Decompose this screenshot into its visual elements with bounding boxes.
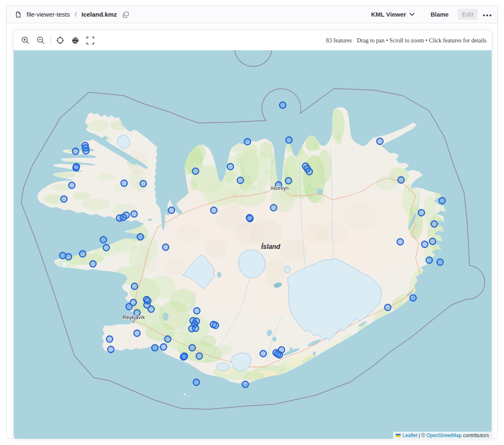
svg-text:Reykjavík: Reykjavík — [122, 315, 145, 320]
svg-text:Akureyri: Akureyri — [270, 185, 289, 191]
svg-text:Ísland: Ísland — [261, 243, 281, 250]
